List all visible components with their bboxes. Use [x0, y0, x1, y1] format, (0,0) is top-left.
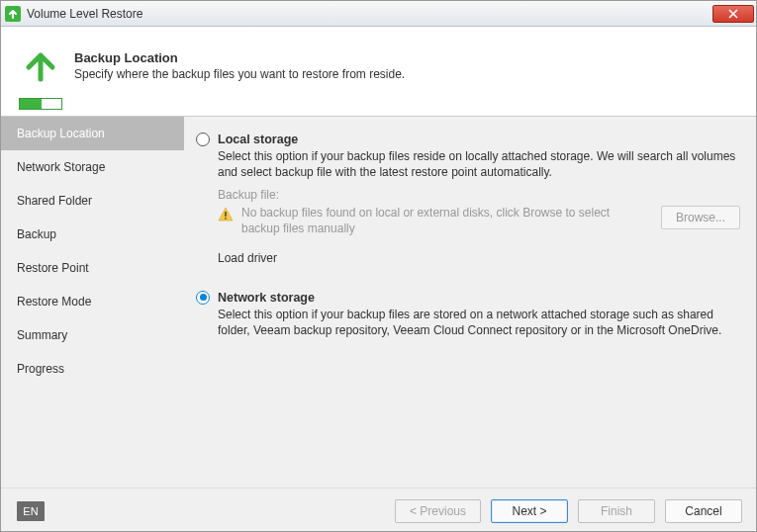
svg-rect-1 [225, 212, 227, 217]
wizard-header: Backup Location Specify where the backup… [1, 27, 757, 98]
option-local-storage: Local storage Select this option if your… [196, 133, 740, 265]
sidebar-item-label: Backup [17, 227, 56, 241]
next-button[interactable]: Next > [491, 499, 568, 523]
wizard-progress-indicator [19, 98, 62, 110]
sidebar-item-restore-point[interactable]: Restore Point [1, 251, 184, 285]
cancel-button[interactable]: Cancel [665, 499, 742, 523]
sidebar-item-label: Summary [17, 328, 67, 342]
option-desc: Select this option if your backup files … [218, 307, 740, 338]
option-desc: Select this option if your backup files … [218, 148, 740, 180]
sidebar-item-label: Progress [17, 362, 64, 376]
radio-local-storage[interactable]: Local storage [196, 133, 740, 146]
wizard-body: Backup Location Network Storage Shared F… [1, 117, 757, 532]
titlebar: Volume Level Restore [1, 1, 757, 27]
sidebar-item-network-storage[interactable]: Network Storage [1, 150, 184, 184]
radio-network-storage[interactable]: Network storage [196, 291, 740, 305]
page-title: Backup Location [74, 50, 405, 65]
option-title: Network storage [218, 291, 315, 305]
sidebar-item-backup[interactable]: Backup [1, 218, 184, 251]
warning-text: No backup files found on local or extern… [241, 206, 643, 236]
sidebar-item-label: Backup Location [17, 127, 105, 140]
sidebar-item-summary[interactable]: Summary [1, 318, 184, 352]
close-icon [728, 9, 738, 19]
page-subtitle: Specify where the backup files you want … [74, 67, 405, 81]
language-indicator[interactable]: EN [17, 501, 45, 521]
svg-rect-2 [225, 218, 227, 220]
wizard-content: Local storage Select this option if your… [184, 117, 757, 532]
browse-button[interactable]: Browse... [661, 206, 740, 229]
option-title: Local storage [218, 133, 298, 146]
finish-button[interactable]: Finish [578, 499, 655, 523]
warning-icon [218, 207, 234, 222]
radio-icon [196, 291, 210, 305]
backup-file-label: Backup file: [218, 188, 740, 202]
sidebar-item-shared-folder[interactable]: Shared Folder [1, 184, 184, 218]
sidebar-item-label: Network Storage [17, 160, 105, 174]
sidebar-item-backup-location[interactable]: Backup Location [1, 117, 184, 150]
sidebar-item-restore-mode[interactable]: Restore Mode [1, 285, 184, 318]
radio-icon [196, 133, 210, 146]
option-network-storage: Network storage Select this option if yo… [196, 291, 740, 338]
wizard-footer: EN < Previous Next > Finish Cancel [1, 488, 757, 532]
wizard-steps-sidebar: Backup Location Network Storage Shared F… [1, 117, 184, 532]
sidebar-item-label: Restore Mode [17, 295, 91, 309]
window-title: Volume Level Restore [27, 7, 142, 21]
app-icon [5, 6, 21, 22]
sidebar-item-label: Shared Folder [17, 194, 92, 208]
previous-button[interactable]: < Previous [395, 499, 481, 523]
sidebar-item-label: Restore Point [17, 261, 89, 275]
load-driver-link[interactable]: Load driver [218, 251, 740, 265]
restore-up-icon [19, 37, 62, 94]
sidebar-item-progress[interactable]: Progress [1, 352, 184, 386]
close-button[interactable] [712, 5, 754, 23]
